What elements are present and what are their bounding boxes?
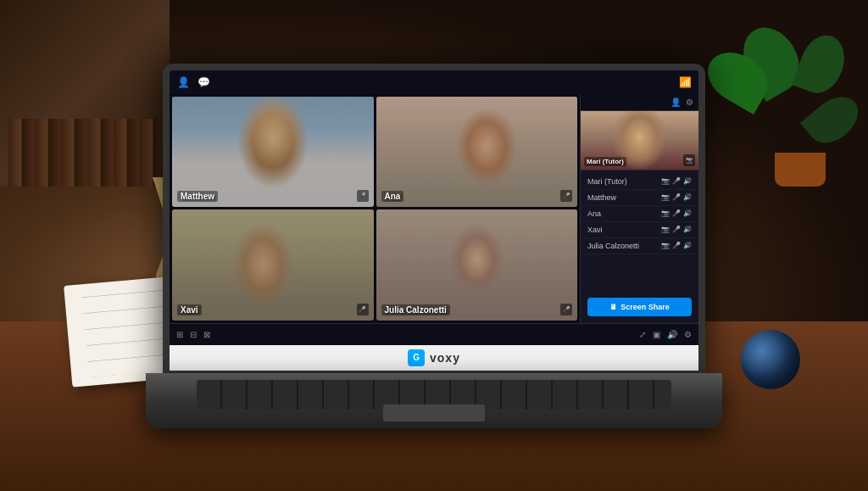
video-cell-icons-matthew: 🎤: [357, 190, 369, 202]
screen-content: 👤 💬 📶 Matthew 🎤: [170, 70, 698, 371]
participant-controls: 📷 🎤 🔊: [661, 177, 692, 185]
laptop: 👤 💬 📶 Matthew 🎤: [146, 64, 722, 428]
expand-icon[interactable]: ⤢: [639, 330, 646, 339]
participant-name-ana: Ana: [587, 209, 661, 218]
voxy-icon: G: [408, 349, 425, 366]
video-cell-matthew: Matthew 🎤: [172, 97, 374, 208]
participant-name-julia: Julia Calzonetti: [587, 242, 661, 250]
cam-icon: 📷: [661, 226, 670, 233]
plant-decoration: [749, 17, 851, 187]
participant-name-matthew: Matthew: [587, 193, 661, 202]
list-item: Mari (Tutor) 📷 🎤 🔊: [581, 174, 698, 190]
tutor-icons: 📷: [683, 154, 695, 166]
video-cell-icons-julia: 🎤: [560, 304, 572, 315]
volume-icon[interactable]: 🔊: [667, 330, 677, 339]
volume-icon: 🔊: [683, 177, 692, 185]
participant-label-matthew: Matthew: [177, 191, 218, 202]
mic-icon: 🎤: [672, 193, 681, 201]
voxy-logo-bar: G voxy: [170, 345, 698, 371]
toolbar-left-icons: 👤 💬: [176, 75, 210, 89]
participant-name-mari: Mari (Tutor): [587, 177, 661, 186]
screen-share-button[interactable]: 🖥 Screen Share: [587, 298, 692, 316]
person-icon: 👤: [176, 75, 190, 89]
video-cell-julia: Julia Calzonetti 🎤: [376, 209, 578, 321]
mic-icon[interactable]: 🎤: [357, 190, 369, 202]
view-icon[interactable]: ⊟: [190, 330, 197, 339]
sidebar-panel: 👤 ⚙ Mari (Tutor) 📷 Mari (T: [580, 94, 698, 323]
chat-icon: 💬: [197, 75, 210, 89]
mic-icon[interactable]: 🎤: [560, 304, 572, 315]
minimize-icon[interactable]: ▣: [653, 330, 660, 339]
settings-icon[interactable]: ⚙: [686, 98, 693, 107]
layout-icon[interactable]: ⊠: [203, 330, 210, 339]
laptop-trackpad: [383, 405, 485, 421]
screen-share-label: Screen Share: [620, 303, 670, 311]
tutor-video-thumbnail: Mari (Tutor) 📷: [581, 111, 698, 170]
cam-icon: 📷: [661, 193, 670, 201]
video-cell-xavi: Xavi 🎤: [172, 209, 374, 321]
screen-bottom-toolbar: ⊞ ⊟ ⊠ ⤢ ▣ 🔊 ⚙: [170, 323, 698, 345]
mic-icon[interactable]: 🎤: [560, 190, 572, 202]
mic-icon[interactable]: 🎤: [357, 304, 369, 315]
video-cell-ana: Ana 🎤: [376, 97, 578, 208]
volume-icon: 🔊: [683, 242, 692, 249]
participant-controls: 📷 🎤 🔊: [661, 193, 692, 201]
tutor-label: Mari (Tutor): [584, 157, 626, 166]
mic-icon: 🎤: [672, 209, 681, 217]
video-cell-icons-xavi: 🎤: [357, 304, 369, 315]
bottom-right-icons: ⤢ ▣ 🔊 ⚙: [639, 330, 692, 339]
decorative-globe: [741, 330, 800, 389]
screen-share-icon: 🖥: [609, 303, 617, 311]
wifi-icon: 📶: [678, 75, 692, 89]
participant-label-xavi: Xavi: [177, 304, 202, 315]
participant-list: Mari (Tutor) 📷 🎤 🔊 Matthew 📷 �: [581, 170, 698, 291]
voxy-logo-text: voxy: [430, 351, 460, 365]
list-item: Xavi 📷 🎤 🔊: [581, 222, 698, 238]
list-item: Ana 📷 🎤 🔊: [581, 206, 698, 222]
mic-icon: 🎤: [672, 242, 681, 249]
participant-controls: 📷 🎤 🔊: [661, 209, 692, 217]
cam-icon: 📷: [661, 242, 670, 249]
screen-main: Matthew 🎤 Ana 🎤 Xavi: [170, 94, 698, 323]
plant-leaves: [749, 17, 851, 153]
plant-pot: [775, 153, 826, 187]
toolbar-right-icons: 📶: [678, 75, 692, 89]
laptop-base: [146, 373, 722, 428]
cam-icon: 📷: [661, 177, 670, 185]
video-grid: Matthew 🎤 Ana 🎤 Xavi: [170, 94, 580, 323]
participant-label-julia: Julia Calzonetti: [381, 304, 450, 315]
participant-controls: 📷 🎤 🔊: [661, 242, 692, 249]
volume-icon: 🔊: [683, 209, 692, 217]
participant-label-ana: Ana: [381, 191, 404, 202]
laptop-screen: 👤 💬 📶 Matthew 🎤: [163, 64, 705, 377]
settings-icon[interactable]: ⚙: [684, 330, 692, 339]
leaf: [792, 29, 852, 99]
sidebar-top-icons: 👤 ⚙: [581, 94, 698, 111]
participant-controls: 📷 🎤 🔊: [661, 226, 692, 233]
mic-icon: 🎤: [672, 177, 681, 185]
volume-icon: 🔊: [683, 226, 692, 233]
grid-icon[interactable]: ⊞: [176, 330, 183, 339]
person-icon: 👤: [670, 98, 681, 107]
screen-toolbar: 👤 💬 📶: [170, 70, 698, 94]
volume-icon: 🔊: [683, 193, 692, 201]
mic-icon: 🎤: [672, 226, 681, 233]
video-cell-icons-ana: 🎤: [560, 190, 572, 202]
bookshelf: [0, 0, 170, 187]
camera-icon[interactable]: 📷: [683, 154, 695, 166]
list-item: Matthew 📷 🎤 🔊: [581, 190, 698, 206]
bottom-left-icons: ⊞ ⊟ ⊠: [176, 330, 210, 339]
participant-name-xavi: Xavi: [587, 226, 661, 234]
list-item: Julia Calzonetti 📷 🎤 🔊: [581, 238, 698, 254]
voxy-icon-char: G: [413, 353, 420, 362]
cam-icon: 📷: [661, 209, 670, 217]
